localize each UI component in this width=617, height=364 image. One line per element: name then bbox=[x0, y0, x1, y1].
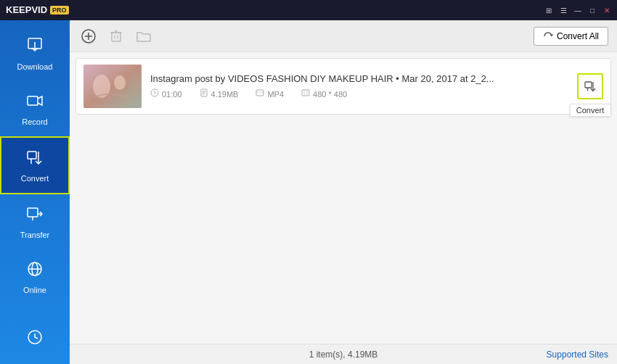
download-label: Download bbox=[17, 62, 53, 71]
download-icon bbox=[25, 36, 44, 59]
file-item: Instagram post by VIDEOS FASHION DIY MAK… bbox=[75, 58, 611, 115]
delete-button[interactable] bbox=[106, 26, 126, 46]
record-icon bbox=[25, 91, 44, 115]
logo-text: KEEPVID bbox=[6, 4, 47, 15]
svg-rect-34 bbox=[256, 90, 263, 96]
svg-rect-6 bbox=[28, 208, 38, 217]
clock-meta-icon bbox=[150, 88, 159, 99]
meta-size: 4.19MB bbox=[200, 88, 239, 99]
size-value: 4.19MB bbox=[211, 90, 239, 99]
convert-icon bbox=[25, 148, 44, 171]
file-convert-button[interactable] bbox=[577, 73, 603, 99]
duration-value: 01:00 bbox=[162, 90, 182, 99]
toolbar: Convert All bbox=[70, 20, 617, 52]
svg-rect-23 bbox=[83, 65, 142, 108]
sidebar-item-online[interactable]: Online bbox=[0, 249, 70, 305]
format-meta-icon bbox=[256, 88, 264, 99]
maximize-btn[interactable]: □ bbox=[587, 4, 598, 16]
sidebar: Download Record Convert bbox=[0, 20, 70, 364]
convert-btn-wrapper: Convert bbox=[577, 73, 603, 99]
supported-sites-link[interactable]: Supported Sites bbox=[547, 349, 608, 360]
convert-all-label: Convert All bbox=[557, 31, 599, 41]
sidebar-item-download[interactable]: Download bbox=[0, 26, 70, 81]
pro-badge: PRO bbox=[50, 6, 69, 15]
close-btn[interactable]: ✕ bbox=[601, 4, 613, 16]
file-meta: 01:00 4.19MB bbox=[150, 88, 568, 99]
add-button[interactable] bbox=[78, 26, 99, 46]
main-layout: Download Record Convert bbox=[0, 20, 617, 364]
status-bar: 1 item(s), 4.19MB Supported Sites bbox=[70, 344, 617, 364]
icon1-btn[interactable]: ⊞ bbox=[543, 4, 555, 16]
svg-rect-39 bbox=[585, 82, 592, 88]
title-bar: KEEPVID PRO ⊞ ☰ — □ ✕ bbox=[0, 0, 617, 20]
minimize-btn[interactable]: — bbox=[572, 4, 584, 16]
svg-line-14 bbox=[35, 337, 38, 339]
meta-format: MP4 bbox=[256, 88, 284, 99]
svg-point-25 bbox=[114, 75, 126, 90]
content-area: Convert All bbox=[70, 20, 617, 364]
transfer-icon bbox=[25, 204, 44, 228]
online-label: Online bbox=[23, 286, 46, 294]
file-thumbnail bbox=[83, 65, 142, 108]
sidebar-item-transfer[interactable]: Transfer bbox=[0, 194, 70, 249]
svg-rect-36 bbox=[302, 90, 309, 96]
format-value: MP4 bbox=[267, 90, 284, 99]
transfer-label: Transfer bbox=[20, 231, 50, 239]
resolution-meta-icon bbox=[301, 88, 310, 99]
status-info: 1 item(s), 4.19MB bbox=[309, 349, 378, 360]
svg-rect-3 bbox=[28, 152, 36, 159]
thumb-image bbox=[83, 65, 142, 108]
file-list: Instagram post by VIDEOS FASHION DIY MAK… bbox=[70, 52, 617, 344]
online-icon bbox=[25, 260, 44, 283]
convert-all-button[interactable]: Convert All bbox=[534, 27, 608, 46]
sidebar-item-convert[interactable]: Convert bbox=[0, 136, 70, 194]
convert-tooltip: Convert bbox=[570, 104, 611, 117]
svg-rect-18 bbox=[112, 33, 120, 41]
icon2-btn[interactable]: ☰ bbox=[557, 4, 569, 16]
sidebar-bottom bbox=[0, 321, 70, 364]
sidebar-item-record[interactable]: Record bbox=[0, 81, 70, 136]
app-logo: KEEPVID PRO bbox=[6, 4, 69, 15]
file-meta-icon bbox=[200, 88, 208, 99]
clock-icon[interactable] bbox=[26, 321, 44, 357]
record-label: Record bbox=[22, 117, 47, 126]
svg-line-29 bbox=[155, 93, 156, 94]
resolution-value: 480 * 480 bbox=[313, 90, 347, 99]
meta-resolution: 480 * 480 bbox=[301, 88, 347, 99]
folder-button[interactable] bbox=[134, 26, 154, 46]
file-title: Instagram post by VIDEOS FASHION DIY MAK… bbox=[150, 73, 568, 84]
meta-duration: 01:00 bbox=[150, 88, 182, 99]
file-info: Instagram post by VIDEOS FASHION DIY MAK… bbox=[150, 73, 568, 99]
convert-label: Convert bbox=[21, 174, 49, 183]
svg-rect-2 bbox=[28, 96, 38, 105]
